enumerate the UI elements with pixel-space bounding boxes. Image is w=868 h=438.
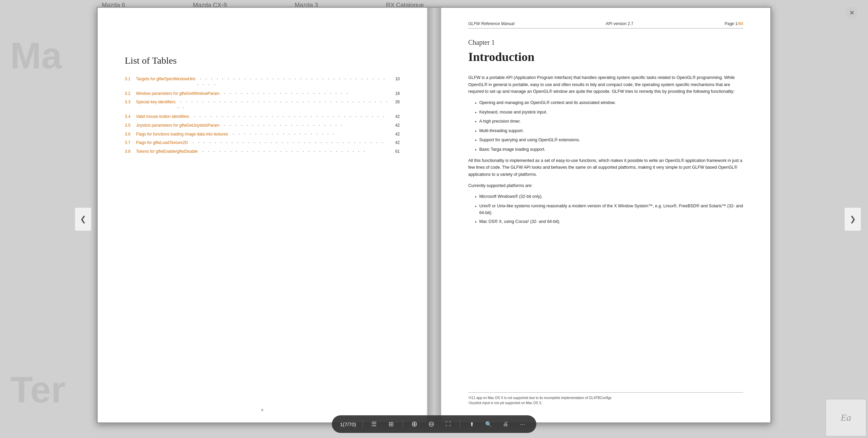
footnote-text: ²Joystick input is not yet supported on … [468, 400, 743, 405]
toc-dots: · · · · · · · · · · · · · · · · · · · · … [189, 140, 390, 146]
toc-num: 3.7 [125, 140, 135, 146]
page-right: GLFW Reference Manual API version 2.7 Pa… [441, 8, 770, 422]
page-header-version: API version 2.7 [606, 21, 633, 26]
toc-page: 42 [391, 114, 400, 120]
toc-dots: · · · · · · · · · · · · · · · · · · · · … [221, 123, 390, 129]
toc-dots: · · · · · · · · · · · · · · · · · · · · … [221, 91, 390, 97]
toc-page: 42 [391, 123, 400, 128]
toc-num: 3.5 [125, 123, 135, 128]
bottom-toolbar: 1(7/70) ☰ ⊞ ⊕ ⊖ ⛶ ⬆ 🔍 🖨 ··· [332, 415, 536, 433]
toolbar-divider-1 [362, 420, 362, 428]
platforms-list: •Microsoft Windows® (32-bit only).•Unix®… [475, 193, 743, 226]
toc-row: 3.3 Special key identifiers · · · · · · … [125, 99, 400, 111]
bullet-dot: • [475, 128, 476, 135]
toc-link[interactable]: Joystick parameters for glfwGetJoystickP… [135, 123, 219, 128]
toc-link[interactable]: Flags for glfwLoadTexture2D [135, 140, 188, 146]
thumbnail-text: Ea [841, 412, 851, 423]
toc-num: 3.4 [125, 114, 135, 120]
toc-link[interactable]: Special key identifiers [135, 99, 175, 105]
feature-bullet-item: •Opening and managing an OpenGL® context… [475, 99, 743, 107]
toc-num: 3.3 [125, 99, 135, 105]
toc-page: 26 [391, 99, 400, 105]
toc-table: 3.1 Targets for glfwOpenWindowHint · · ·… [125, 76, 400, 155]
bullet-text: Microsoft Windows® (32-bit only). [479, 193, 542, 200]
toolbar-print-btn[interactable]: 🖨 [500, 419, 511, 430]
toolbar-fullscreen-btn[interactable]: ⛶ [443, 419, 454, 430]
toolbar-page-info: 1(7/70) [340, 421, 356, 427]
chapter-title: Introduction [468, 50, 743, 64]
toc-num: 3.2 [125, 91, 135, 97]
book-viewer: List of Tables 3.1 Targets for glfwOpenW… [97, 7, 771, 423]
toc-link[interactable]: Valid mouse button identifiers [135, 114, 189, 120]
bullet-text: Mac OS® X, using Cocoa¹ (32- and 64-bit)… [479, 218, 560, 225]
toc-num: 3.6 [125, 131, 135, 137]
bg-watermark-bottom: Ter [10, 368, 65, 411]
toc-row: 3.8 Tokens for glfwEnable/glfwDisable · … [125, 149, 400, 155]
toolbar-divider-3 [460, 420, 460, 428]
bullet-dot: • [475, 119, 476, 126]
bullet-text: Keyboard, mouse and joystick input. [479, 109, 547, 116]
bullet-dot: • [475, 219, 476, 226]
platform-bullet-item: •Unix® or Unix-like systems running reas… [475, 203, 743, 216]
toc-row: 3.6 Flags for functions loading image da… [125, 131, 400, 138]
toc-row: 3.2 Window parameters for glfwGetWindowP… [125, 91, 400, 97]
list-of-tables-heading: List of Tables [125, 55, 400, 66]
nav-arrow-left[interactable]: ❮ [75, 207, 92, 231]
intro-paragraph: GLFW is a portable API (Application Prog… [468, 74, 743, 95]
bullet-dot: • [475, 137, 476, 144]
toc-row: 3.1 Targets for glfwOpenWindowHint · · ·… [125, 76, 400, 88]
body-paragraph-2: All this functionality is implemented as… [468, 157, 743, 178]
toc-page: 42 [391, 131, 400, 137]
book-spine [428, 8, 441, 422]
bullet-text: Multi-threading support. [479, 127, 524, 134]
toc-page: 42 [391, 140, 400, 146]
bullet-text: Unix® or Unix-like systems running reaso… [479, 203, 743, 216]
page-total: 64 [739, 21, 743, 26]
toolbar-zoom-in-btn[interactable]: ⊕ [409, 419, 420, 430]
feature-bullet-item: •Keyboard, mouse and joystick input. [475, 109, 743, 117]
toc-link[interactable]: Flags for functions loading image data i… [135, 131, 228, 137]
bg-watermark-top: Ma [10, 34, 62, 77]
feature-bullet-item: •A high precision timer. [475, 118, 743, 126]
toc-dots: · · · · · · · · · · · · · · · · · · · · … [191, 114, 390, 120]
body-paragraph-3: Currently supported platforms are: [468, 182, 743, 189]
toolbar-grid-btn[interactable]: ⊞ [386, 419, 396, 430]
toc-link[interactable]: Tokens for glfwEnable/glfwDisable [135, 149, 198, 154]
toc-num: 3.1 [125, 76, 135, 82]
toolbar-more-btn[interactable]: ··· [517, 419, 528, 430]
bullet-dot: • [475, 194, 476, 201]
feature-bullet-item: •Multi-threading support. [475, 127, 743, 135]
feature-list: •Opening and managing an OpenGL® context… [475, 99, 743, 154]
toc-link[interactable]: Targets for glfwOpenWindowHint [135, 76, 195, 82]
bullet-text: Support for querying and using OpenGL® e… [479, 137, 580, 144]
toc-dots: · · · · · · · · · · · · · · · · · · · · … [197, 77, 390, 88]
toolbar-zoom-out-btn[interactable]: ⊖ [426, 419, 437, 430]
bullet-dot: • [475, 109, 476, 117]
toolbar-search-btn[interactable]: 🔍 [483, 419, 494, 430]
footnote-area: ¹X11 app on Mac OS X is not supported du… [468, 392, 743, 405]
bullet-text: A high precision timer. [479, 118, 520, 125]
footnote-text: ¹X11 app on Mac OS X is not supported du… [468, 395, 743, 400]
toolbar-divider-2 [402, 420, 403, 428]
bullet-dot: • [475, 100, 476, 107]
toc-row: 3.5 Joystick parameters for glfwGetJoyst… [125, 123, 400, 129]
close-button[interactable]: ✕ [846, 7, 858, 19]
nav-arrow-right[interactable]: ❯ [844, 207, 861, 231]
bullet-dot: • [475, 203, 476, 210]
toc-dots: · · · · · · · · · · · · · · · · · · · · … [177, 100, 390, 111]
toolbar-share-btn[interactable]: ⬆ [466, 419, 477, 430]
toc-dots: · · · · · · · · · · · · · · · · · · · · … [199, 149, 390, 155]
bullet-text: Opening and managing an OpenGL® context … [479, 99, 616, 106]
bottom-right-thumbnail: Ea [826, 399, 866, 436]
page-header-pagenum: Page 1/64 [725, 21, 743, 26]
toc-row: 3.7 Flags for glfwLoadTexture2D · · · · … [125, 140, 400, 146]
toolbar-outline-btn[interactable]: ☰ [369, 419, 379, 430]
toc-dots: · · · · · · · · · · · · · · · · · · · [230, 132, 390, 138]
feature-bullet-item: •Basic Targa image loading support. [475, 146, 743, 154]
toc-num: 3.8 [125, 149, 135, 154]
platform-bullet-item: •Mac OS® X, using Cocoa¹ (32- and 64-bit… [475, 218, 743, 226]
bullet-text: Basic Targa image loading support. [479, 146, 545, 153]
toc-link[interactable]: Window parameters for glfwGetWindowParam [135, 91, 219, 97]
toc-row: 3.4 Valid mouse button identifiers · · ·… [125, 114, 400, 120]
page-header-title: GLFW Reference Manual [468, 21, 514, 26]
